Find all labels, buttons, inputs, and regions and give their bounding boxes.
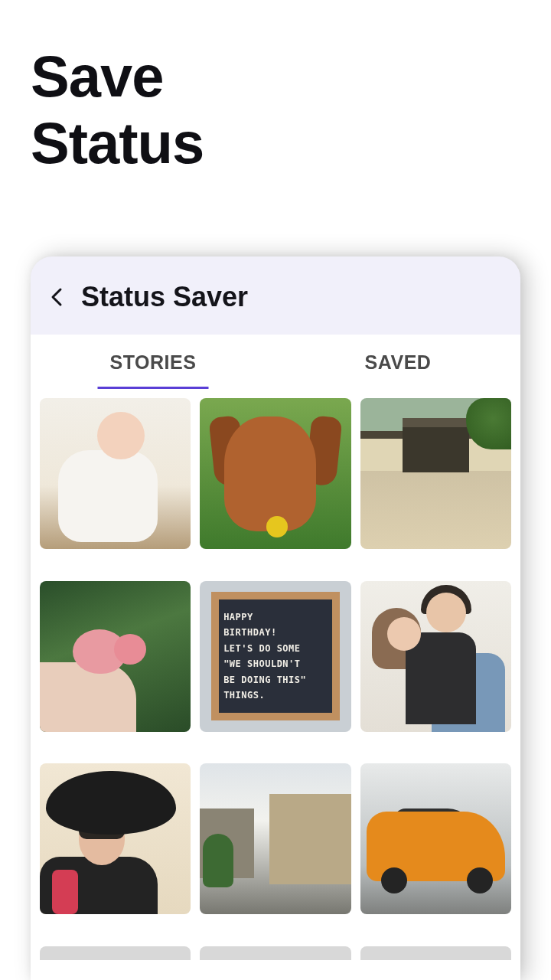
story-thumb[interactable] bbox=[200, 763, 350, 914]
story-thumb[interactable] bbox=[200, 398, 350, 549]
letterboard-line: BE DOING THIS" bbox=[223, 675, 328, 685]
app-card: Status Saver STORIES SAVED bbox=[31, 256, 520, 980]
letterboard-line: THINGS. bbox=[223, 690, 328, 701]
story-thumb[interactable] bbox=[40, 581, 191, 732]
letterboard-line: "WE SHOULDN'T bbox=[223, 658, 328, 669]
tab-stories-label: STORIES bbox=[110, 351, 197, 373]
letterboard-line: BIRTHDAY! bbox=[223, 627, 328, 638]
hero-line-2: Status bbox=[31, 109, 204, 176]
story-thumb[interactable] bbox=[360, 398, 511, 549]
story-thumb[interactable] bbox=[360, 946, 511, 960]
tab-stories[interactable]: STORIES bbox=[31, 335, 276, 389]
back-icon[interactable] bbox=[49, 286, 66, 308]
tab-saved[interactable]: SAVED bbox=[276, 335, 520, 389]
story-thumb[interactable] bbox=[40, 763, 191, 914]
letterboard-line: HAPPY bbox=[223, 612, 328, 622]
hero-title: Save Status bbox=[31, 43, 204, 177]
story-thumb[interactable] bbox=[360, 581, 511, 732]
letterboard-line: LET'S DO SOME bbox=[223, 643, 328, 654]
hero-line-1: Save bbox=[31, 43, 204, 109]
story-thumb[interactable] bbox=[360, 763, 511, 914]
stories-grid: HAPPY BIRTHDAY! LET'S DO SOME "WE SHOULD… bbox=[31, 389, 520, 980]
story-thumb[interactable] bbox=[40, 946, 191, 960]
tab-bar: STORIES SAVED bbox=[31, 335, 520, 389]
tab-saved-label: SAVED bbox=[365, 351, 432, 373]
story-thumb[interactable] bbox=[200, 946, 350, 960]
story-thumb[interactable] bbox=[40, 398, 191, 549]
app-title: Status Saver bbox=[81, 281, 248, 313]
story-thumb[interactable]: HAPPY BIRTHDAY! LET'S DO SOME "WE SHOULD… bbox=[200, 581, 350, 732]
app-header: Status Saver bbox=[31, 256, 520, 335]
